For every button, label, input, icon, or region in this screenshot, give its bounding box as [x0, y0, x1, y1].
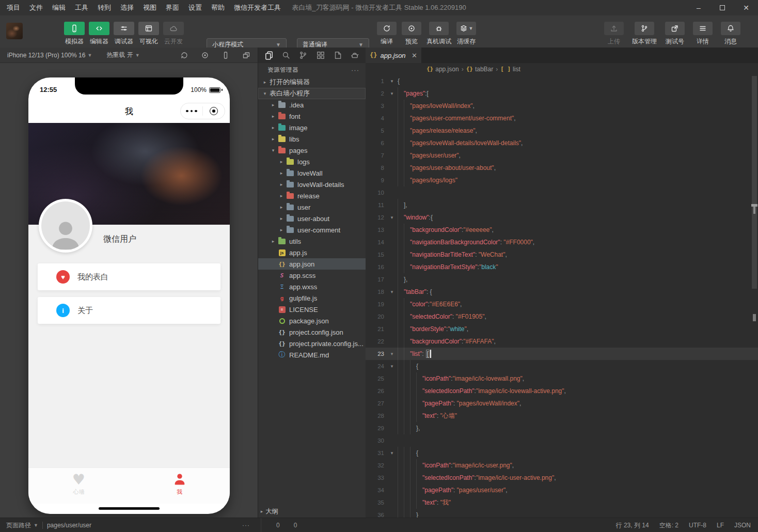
statusbar-item-2[interactable]: UTF-8 — [689, 522, 706, 529]
debug-icon[interactable] — [209, 522, 216, 529]
tab-app-json[interactable]: {} app.json ✕ — [366, 48, 421, 63]
menu-item-5[interactable]: 选择 — [116, 0, 138, 15]
editor-scrollbar[interactable] — [752, 76, 757, 289]
phone-preview[interactable]: 12:55 100% 我 — [28, 77, 230, 514]
fold-chevron-icon[interactable]: ▾ — [386, 450, 398, 456]
tree-item[interactable]: ▸user-about — [258, 213, 366, 224]
tree-item[interactable]: ▸loveWall-details — [258, 179, 366, 190]
action-编译[interactable]: 编译 — [377, 15, 397, 48]
menu-item-1[interactable]: 文件 — [25, 0, 48, 15]
tree-item[interactable]: ▸loveWall — [258, 167, 366, 179]
fold-chevron-icon[interactable]: ▾ — [386, 289, 398, 294]
fold-chevron-icon[interactable]: ▾ — [386, 351, 398, 356]
more-actions-icon[interactable]: ··· — [351, 66, 359, 74]
tab-我[interactable]: 我 — [129, 468, 230, 504]
action-真机调试[interactable]: 真机调试 — [427, 15, 451, 48]
fold-chevron-icon[interactable]: ▾ — [386, 215, 398, 220]
action-测试号[interactable]: 测试号 — [665, 15, 685, 48]
back-icon[interactable] — [394, 65, 407, 74]
tree-item[interactable]: ▸打开的编辑器 — [258, 76, 366, 88]
tree-item[interactable]: {}project.private.config.js... — [258, 338, 366, 349]
profile-menu-item-0[interactable]: ♥我的表白 — [38, 263, 220, 290]
teapot-icon[interactable] — [350, 51, 359, 60]
menu-item-7[interactable]: 界面 — [161, 0, 184, 15]
tree-item[interactable]: jsapp.js — [258, 247, 366, 258]
minimize-button[interactable]: – — [687, 0, 710, 15]
tree-item[interactable]: ▸user-comment — [258, 224, 366, 236]
statusbar-item-1[interactable]: 空格: 2 — [659, 521, 678, 530]
files-icon[interactable] — [264, 51, 274, 60]
search-icon[interactable] — [281, 51, 291, 60]
close-icon[interactable]: ✕ — [412, 52, 417, 59]
tree-item[interactable]: ▾表白墙小程序 — [258, 88, 366, 99]
tree-item[interactable]: Ξapp.wxss — [258, 281, 366, 292]
bookmark-icon[interactable] — [382, 65, 394, 74]
profile-avatar[interactable] — [39, 199, 92, 253]
page-path-selector[interactable]: 页面路径 ▼ — [6, 521, 38, 530]
action-预览[interactable]: 预览 — [402, 15, 421, 48]
device-selector[interactable]: iPhone 12/13 (Pro) 100% 16 ▼ — [7, 52, 92, 59]
tree-item[interactable]: ⓘREADME.md — [258, 349, 366, 361]
panel-toggle-云开发[interactable]: 云开发 — [161, 15, 186, 48]
tab-心墙[interactable]: ♥心墙 — [28, 468, 129, 504]
tree-item[interactable]: ▸release — [258, 190, 366, 201]
tree-item[interactable]: ▸utils — [258, 236, 366, 247]
user-avatar[interactable] — [6, 23, 23, 39]
action-清缓存[interactable]: ▼清缓存 — [456, 15, 476, 48]
tree-item[interactable]: ▸logs — [258, 156, 366, 167]
fold-chevron-icon[interactable]: ▾ — [386, 79, 398, 84]
outline-toggle-icon[interactable] — [370, 65, 382, 74]
menu-item-6[interactable]: 视图 — [138, 0, 161, 15]
exit-icon[interactable] — [203, 107, 225, 115]
fold-chevron-icon[interactable]: ▾ — [386, 91, 398, 96]
tree-item[interactable]: ▸.idea — [258, 99, 366, 111]
menu-item-8[interactable]: 设置 — [184, 0, 207, 15]
outline-section[interactable]: ▸ 大纲 — [258, 505, 366, 518]
rotate-icon[interactable] — [180, 51, 188, 59]
panel-toggle-模拟器[interactable]: 模拟器 — [62, 15, 87, 48]
more-icon[interactable]: ··· — [242, 522, 250, 529]
statusbar-item-3[interactable]: LF — [717, 522, 724, 529]
detach-window-icon[interactable] — [242, 51, 250, 59]
tree-item[interactable]: {}project.config.json — [258, 326, 366, 338]
menu-item-3[interactable]: 工具 — [70, 0, 93, 15]
maximize-button[interactable] — [710, 0, 734, 15]
breadcrumb-item-app.json[interactable]: {}app.json — [427, 66, 459, 73]
tree-item[interactable]: ▸image — [258, 122, 366, 133]
more-icon[interactable] — [181, 110, 202, 113]
problems-indicator[interactable]: 0 0 — [267, 518, 297, 532]
action-消息[interactable]: 消息 — [721, 15, 740, 48]
breadcrumb-item-tabBar[interactable]: {}tabBar — [466, 66, 494, 73]
extensions-icon[interactable] — [316, 51, 325, 60]
menu-item-4[interactable]: 转到 — [93, 0, 116, 15]
menu-item-10[interactable]: 微信开发者工具 — [229, 0, 286, 15]
device-frame-icon[interactable] — [222, 51, 230, 59]
document-icon[interactable] — [333, 51, 342, 60]
fold-chevron-icon[interactable]: ▾ — [386, 364, 398, 369]
action-详情[interactable]: 详情 — [693, 15, 713, 48]
tree-item[interactable]: {}app.json — [258, 258, 366, 270]
profile-menu-item-1[interactable]: i关于 — [38, 297, 220, 324]
statusbar-item-4[interactable]: JSON — [734, 522, 751, 529]
screenshot-icon[interactable] — [201, 51, 209, 59]
copy-icon[interactable] — [96, 522, 102, 529]
tree-item[interactable]: ▸libs — [258, 133, 366, 145]
source-control-icon[interactable] — [298, 51, 308, 60]
menu-item-9[interactable]: 帮助 — [207, 0, 229, 15]
capsule-button[interactable] — [180, 103, 225, 119]
action-版本管理[interactable]: 版本管理 — [632, 15, 657, 48]
panel-toggle-可视化[interactable]: 可视化 — [136, 15, 161, 48]
hot-reload-toggle[interactable]: 热重载 开 ▼ — [106, 51, 139, 59]
breadcrumb-item-list[interactable]: [ ]list — [500, 66, 520, 73]
preview-icon[interactable] — [226, 522, 233, 529]
close-button[interactable]: ✕ — [734, 0, 758, 15]
tree-item[interactable]: ▾pages — [258, 145, 366, 156]
tree-item[interactable]: Sapp.scss — [258, 270, 366, 281]
tree-item[interactable]: package.json — [258, 315, 366, 326]
tree-item[interactable]: ▸user — [258, 201, 366, 213]
panel-toggle-编辑器[interactable]: 编辑器 — [87, 15, 112, 48]
menu-item-2[interactable]: 编辑 — [48, 0, 70, 15]
tree-item[interactable]: ≡LICENSE — [258, 304, 366, 315]
forward-icon[interactable] — [407, 65, 419, 74]
tree-item[interactable]: ggulpfile.js — [258, 292, 366, 304]
